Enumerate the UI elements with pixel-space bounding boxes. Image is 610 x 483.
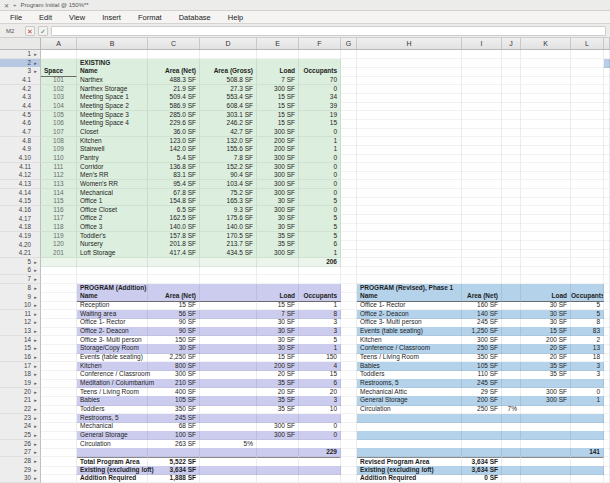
disclosure-triangle-icon[interactable]: ▸ <box>31 440 40 448</box>
cell-G27[interactable] <box>341 448 357 457</box>
cell-B6[interactable] <box>77 266 148 275</box>
cell-J30[interactable] <box>502 474 521 483</box>
menu-format[interactable]: Format <box>138 13 162 22</box>
disclosure-triangle-icon[interactable]: ▸ <box>31 275 40 283</box>
cancel-icon[interactable]: ✕ <box>25 26 35 36</box>
cell-M6[interactable] <box>604 266 610 275</box>
disclosure-triangle-icon[interactable]: ▸ <box>31 310 40 318</box>
row-header-5[interactable]: 5▸ <box>0 258 41 267</box>
disclosure-triangle-icon[interactable]: ▸ <box>31 431 40 439</box>
cell-L5[interactable] <box>571 258 604 267</box>
disclosure-triangle-icon[interactable]: ▸ <box>31 344 40 352</box>
menu-file[interactable]: File <box>10 13 22 22</box>
cell-K30[interactable] <box>521 474 571 483</box>
cell-C6[interactable] <box>148 266 200 275</box>
menu-view[interactable]: View <box>69 13 85 22</box>
cell-I7[interactable] <box>462 275 502 284</box>
cell-A7[interactable] <box>41 275 77 284</box>
cell-D5[interactable] <box>200 258 257 267</box>
cell-D6[interactable] <box>200 266 257 275</box>
cell-C7[interactable] <box>148 275 200 284</box>
cell-A5[interactable] <box>41 258 77 267</box>
column-header-d[interactable]: D <box>200 38 257 49</box>
cell-E27[interactable] <box>257 448 299 457</box>
cell-K5[interactable] <box>521 258 571 267</box>
cell-B30[interactable]: Addition Required <box>77 474 148 483</box>
column-header-h[interactable]: H <box>357 38 462 49</box>
cell-J5[interactable] <box>502 258 521 267</box>
cell-L1[interactable] <box>571 50 604 59</box>
cell-G30[interactable] <box>341 474 357 483</box>
disclosure-triangle-icon[interactable]: ▸ <box>31 474 40 482</box>
cell-J7[interactable] <box>502 275 521 284</box>
row-header-7[interactable]: 7▸ <box>0 275 41 284</box>
cell-K1[interactable] <box>521 50 571 59</box>
cell-I6[interactable] <box>462 266 502 275</box>
cell-C5[interactable] <box>148 258 200 267</box>
cell-J27[interactable] <box>502 448 521 457</box>
cell-C27[interactable] <box>148 448 200 457</box>
cell-J6[interactable] <box>502 266 521 275</box>
menu-help[interactable]: Help <box>228 13 243 22</box>
disclosure-triangle-icon[interactable]: ▸ <box>31 362 40 370</box>
cell-B27[interactable] <box>77 448 148 457</box>
menu-database[interactable]: Database <box>179 13 211 22</box>
column-header-a[interactable]: A <box>41 38 77 49</box>
cell-B5[interactable] <box>77 258 148 267</box>
disclosure-triangle-icon[interactable]: ▸ <box>31 353 40 361</box>
disclosure-triangle-icon[interactable]: ▸ <box>31 301 40 309</box>
cell-J1[interactable] <box>502 50 521 59</box>
cell-M7[interactable] <box>604 275 610 284</box>
disclosure-triangle-icon[interactable]: ▸ <box>31 327 40 335</box>
row-header-6[interactable]: 6▸ <box>0 266 41 275</box>
cell-C30[interactable]: 1,888 SF <box>148 474 200 483</box>
cell-F27[interactable]: 229 <box>299 448 341 457</box>
cell-E1[interactable] <box>257 50 299 59</box>
cell-M1[interactable] <box>604 50 610 59</box>
cell-G7[interactable] <box>341 275 357 284</box>
cell-A30[interactable] <box>41 474 77 483</box>
cell-D1[interactable] <box>200 50 257 59</box>
cell-L7[interactable] <box>571 275 604 284</box>
cell-H6[interactable] <box>357 266 462 275</box>
disclosure-triangle-icon[interactable]: ▸ <box>31 59 40 67</box>
column-header-j[interactable]: J <box>502 38 521 49</box>
disclosure-triangle-icon[interactable]: ▸ <box>31 370 40 378</box>
cell-F6[interactable] <box>299 266 341 275</box>
cell-H30[interactable]: Addition Required <box>357 474 462 483</box>
disclosure-triangle-icon[interactable]: ▸ <box>31 457 40 465</box>
cell-E7[interactable] <box>257 275 299 284</box>
disclosure-triangle-icon[interactable]: ▸ <box>31 388 40 396</box>
cell-B7[interactable] <box>77 275 148 284</box>
row-header-1[interactable]: 1▸ <box>0 50 41 59</box>
cell-K7[interactable] <box>521 275 571 284</box>
cell-E30[interactable] <box>257 474 299 483</box>
cell-M5[interactable] <box>604 258 610 267</box>
cell-G6[interactable] <box>341 266 357 275</box>
column-header-g[interactable]: G <box>341 38 357 49</box>
menu-edit[interactable]: Edit <box>39 13 52 22</box>
column-header-i[interactable]: I <box>462 38 502 49</box>
disclosure-triangle-icon[interactable]: ▸ <box>31 414 40 422</box>
cell-A1[interactable] <box>41 50 77 59</box>
column-header-c[interactable]: C <box>148 38 200 49</box>
cell-L6[interactable] <box>571 266 604 275</box>
column-header-e[interactable]: E <box>257 38 299 49</box>
cell-D7[interactable] <box>200 275 257 284</box>
cell-I1[interactable] <box>462 50 502 59</box>
cell-G5[interactable] <box>341 258 357 267</box>
cell-I30[interactable]: 0 SF <box>462 474 502 483</box>
disclosure-triangle-icon[interactable]: ▸ <box>31 405 40 413</box>
disclosure-triangle-icon[interactable]: ▸ <box>31 422 40 430</box>
disclosure-triangle-icon[interactable]: ▸ <box>31 50 40 58</box>
cell-reference-box[interactable]: M2 <box>6 28 22 34</box>
disclosure-triangle-icon[interactable]: ▸ <box>31 336 40 344</box>
grid-corner-box[interactable] <box>0 38 41 49</box>
disclosure-triangle-icon[interactable]: ▸ <box>31 396 40 404</box>
cell-D27[interactable] <box>200 448 257 457</box>
disclosure-triangle-icon[interactable]: ▸ <box>31 266 40 274</box>
cell-F7[interactable] <box>299 275 341 284</box>
cell-K27[interactable] <box>521 448 571 457</box>
cell-A6[interactable] <box>41 266 77 275</box>
cell-L27[interactable]: 141 <box>571 448 604 457</box>
